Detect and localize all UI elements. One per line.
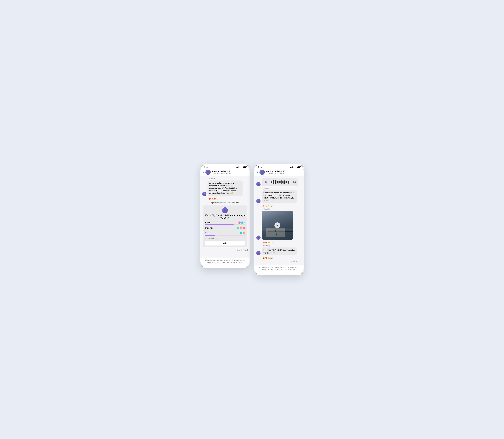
seen-label-left: Seen by 23.8K (202, 249, 248, 252)
poll-bar-fill-philly (205, 235, 215, 235)
message-row-audio: 🎤 (256, 178, 302, 186)
video-play-button[interactable] (275, 222, 280, 228)
reaction-emoji-2: 🎸 🤘 ✨ (263, 205, 270, 207)
status-bar-left: 9:41 (200, 164, 250, 169)
poll-option-avatars-austin: 5 (238, 221, 245, 224)
channel-sub-right: Broadcast • 102K members (266, 172, 301, 174)
channel-avatar-left: 🎵 (205, 170, 211, 175)
poll-bar-fill-austin (205, 224, 234, 225)
poll-option-name-austin: Austin (205, 222, 210, 224)
poll-option-philly[interactable]: Philly (205, 232, 245, 235)
chat-footer-right: Never miss an update from xylamusic. Onl… (254, 265, 304, 275)
vote-button[interactable]: Vote (205, 241, 245, 245)
signal-icon-left (236, 166, 239, 168)
poll-notification: xylamusic created a poll. See Poll (202, 201, 248, 204)
poll-option-name-charlotte: Charlotte (205, 227, 213, 229)
poll-avatar: 🎵 (222, 207, 228, 213)
poll-notification-prefix: xylamusic created a poll. (211, 202, 231, 204)
reactions-count-3: 3.8k (270, 257, 273, 259)
home-indicator-right (271, 272, 287, 272)
voter-avatar-5 (243, 227, 245, 229)
msg-avatar-video: 🎤 (256, 235, 261, 240)
voter-avatar-7 (243, 232, 245, 234)
battery-icon-right (297, 166, 300, 168)
voter-avatar-4 (240, 227, 242, 229)
msg-avatar-1: 🎤 (202, 192, 206, 196)
poll-title: Which City Should I Add to the I.Am.Xyla… (205, 214, 245, 220)
message-row-3: 🎤 First stop: NEW YORK! See you in the b… (256, 247, 302, 255)
poll-bar-bg-charlotte (205, 230, 245, 230)
reactions-count-2: 4.4k (270, 205, 273, 207)
video-bubble[interactable] (262, 211, 293, 240)
reactions-1[interactable]: ❤️ 🔥 😍 4.4k (209, 198, 248, 200)
message-bubble-3: First stop: NEW YORK! See you in the big… (262, 247, 297, 255)
reactions-2[interactable]: 🎸 🤘 ✨ 4.4k (263, 205, 302, 207)
message-row-video: 🎤 (256, 211, 302, 240)
poll-bar-bg-philly (205, 235, 245, 235)
channel-name-left: Tours & Updates 🎤 (212, 170, 247, 172)
phone-right-inner: 9:41 (254, 164, 304, 275)
msg-avatar-3: 🎤 (256, 251, 261, 255)
channel-sub-left: Broadcast • 102K members (212, 172, 247, 174)
sender-label-1: xylamusic (209, 178, 248, 180)
message-bubble-1: About to go live to answer any questions… (207, 181, 243, 196)
play-button[interactable] (264, 180, 268, 184)
back-button-left[interactable]: < (203, 171, 204, 174)
channel-avatar-right: 🎵 (260, 170, 265, 175)
header-info-left: Tours & Updates 🎤 Broadcast • 102K membe… (212, 170, 247, 174)
home-indicator-left (217, 265, 233, 265)
poll-bar-bg-austin (205, 224, 245, 225)
sender-label-video: xylamusic (263, 208, 302, 210)
phones-container: 9:41 (200, 164, 304, 275)
wifi-icon-right (294, 166, 296, 168)
chat-header-left[interactable]: < 🎵 Tours & Updates 🎤 Broadcast • 102K m… (200, 169, 250, 176)
footer-text-left: Never miss an update from xylamusic. Onl… (205, 259, 245, 263)
chat-area-right: 🎤 (254, 176, 304, 265)
back-button-right[interactable]: < (257, 171, 258, 174)
reactions-3[interactable]: 😍 ❤️ 👏 3.8k (263, 257, 302, 259)
play-circle-triangle-icon (276, 224, 279, 226)
poll-option-avatars-charlotte (237, 227, 245, 229)
channel-name-right: Tours & Updates 🎤 (266, 170, 301, 172)
status-bar-right: 9:41 (254, 164, 304, 169)
time-left: 9:41 (204, 166, 207, 168)
see-poll-link[interactable]: See Poll (232, 202, 239, 204)
poll-bar-fill-charlotte (205, 230, 227, 230)
seen-label-right: Seen by 28.1K (256, 260, 302, 263)
msg-avatar-2: 🎤 (256, 199, 261, 203)
play-triangle-icon (265, 181, 267, 183)
poll-card: 🎵 Which City Should I Add to the I.Am.Xy… (203, 206, 247, 247)
reactions-count-1: 4.4k (216, 198, 219, 200)
reactions-video[interactable]: 😍 ❤️ 🤝 2.4k (263, 242, 302, 244)
status-icons-left (236, 166, 246, 168)
sender-label-2: xylamusic (263, 188, 302, 189)
poll-option-avatars-philly (240, 232, 245, 234)
voter-avatar-6 (240, 232, 242, 234)
waveform (270, 180, 291, 184)
audio-bubble[interactable]: 0:12 (262, 178, 298, 186)
time-right: 9:41 (258, 166, 262, 168)
msg-avatar-audio: 🎤 (256, 182, 261, 186)
poll-option-austin[interactable]: Austin 5 (205, 221, 245, 225)
poll-option-charlotte[interactable]: Charlotte (205, 227, 245, 230)
message-row-2: 🎤 Check out a behind the scenes look at … (256, 190, 302, 203)
reactions-count-video: 2.4k (270, 242, 273, 244)
chat-footer-left: Never miss an update from xylamusic. Onl… (200, 258, 250, 268)
video-placeholder (262, 211, 293, 240)
wifi-icon-left (240, 166, 242, 168)
chat-header-right[interactable]: < 🎵 Tours & Updates 🎤 Broadcast • 102K m… (254, 169, 304, 176)
header-info-right: Tours & Updates 🎤 Broadcast • 102K membe… (266, 170, 301, 174)
signal-icon-right (290, 166, 293, 168)
phone-left: 9:41 (200, 164, 250, 268)
reaction-emoji-1: ❤️ 🔥 😍 (209, 198, 216, 200)
poll-more: 10 more options (205, 237, 245, 239)
footer-text-right: Never miss an update from xylamusic. Onl… (259, 266, 299, 270)
chat-area-left: xylamusic 🎤 About to go live to answer a… (200, 176, 250, 258)
voter-avatar-2 (241, 221, 244, 224)
voter-count-austin: 5 (244, 222, 245, 224)
message-bubble-2: Check out a behind the scenes look at th… (262, 190, 297, 203)
poll-option-name-philly: Philly (205, 232, 209, 234)
phone-right: 9:41 (254, 164, 304, 275)
voter-avatar-3 (237, 227, 240, 229)
status-icons-right (290, 166, 300, 168)
